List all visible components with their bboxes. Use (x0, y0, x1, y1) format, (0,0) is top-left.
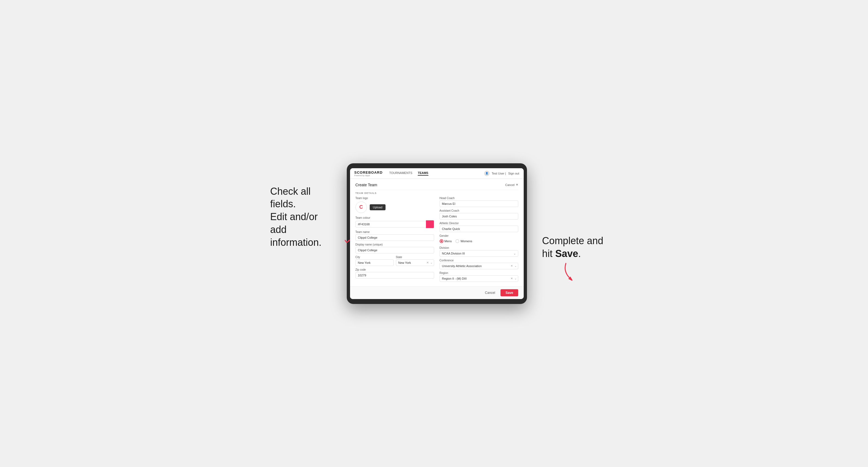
avatar-icon: 👤 (486, 172, 488, 175)
athletic-director-field: Athletic Director (440, 222, 518, 232)
head-coach-input[interactable] (440, 200, 518, 207)
region-clear-button[interactable]: ✕ (510, 277, 513, 280)
mens-label: Mens (444, 240, 452, 243)
conference-clear-button[interactable]: ✕ (510, 264, 513, 268)
tablet-screen: SCOREBOARD Powered by clippd TOURNAMENTS… (350, 168, 524, 299)
state-field: State ✕ ⌄ (396, 256, 434, 266)
save-button[interactable]: Save (500, 289, 518, 296)
mens-radio-dot (440, 239, 443, 243)
page-wrapper: Check all fields. Edit and/or add inform… (270, 163, 598, 304)
gender-field: Gender Mens Womens (440, 234, 518, 244)
conference-input[interactable] (440, 263, 518, 269)
brand-name: SCOREBOARD (354, 170, 383, 175)
brand-logo: SCOREBOARD Powered by clippd (354, 170, 383, 177)
division-input[interactable] (440, 250, 518, 257)
arrow-right-icon (560, 260, 584, 285)
logo-circle: C (355, 201, 367, 213)
team-colour-input[interactable] (355, 221, 426, 227)
womens-label: Womens (460, 240, 472, 243)
athletic-director-label: Athletic Director (440, 222, 518, 225)
colour-swatch[interactable] (426, 220, 434, 228)
user-label: Test User | (492, 172, 506, 175)
colour-input-wrapper (355, 220, 434, 228)
gender-mens-option[interactable]: Mens (440, 239, 452, 243)
division-field: Division (440, 246, 518, 257)
user-avatar: 👤 (484, 171, 490, 176)
nav-teams[interactable]: TEAMS (418, 171, 428, 176)
division-select-wrapper (440, 250, 518, 257)
city-label: City (355, 256, 394, 259)
zip-label: Zip code (355, 268, 434, 271)
team-colour-label: Team colour (355, 216, 434, 219)
state-clear-button[interactable]: ✕ (427, 261, 429, 264)
display-name-label: Display name (unique) (355, 243, 434, 246)
nav-links: TOURNAMENTS TEAMS (389, 171, 484, 176)
upload-button[interactable]: Upload (370, 204, 386, 210)
zip-field: Zip code (355, 268, 434, 279)
womens-radio-dot (456, 239, 459, 243)
annotation-left: Check all fields. Edit and/or add inform… (270, 185, 336, 249)
annotation-right: Complete and hit Save. (542, 235, 603, 260)
team-name-input[interactable] (355, 234, 434, 241)
region-label: Region (440, 272, 518, 275)
cancel-footer-button[interactable]: Cancel (482, 289, 498, 296)
close-icon: ✕ (516, 183, 518, 187)
nav-right: 👤 Test User | Sign out (484, 171, 519, 176)
sign-out-link[interactable]: Sign out (508, 172, 519, 175)
gender-label: Gender (440, 234, 518, 237)
state-label: State (396, 256, 434, 259)
form-header: Create Team Cancel ✕ (355, 183, 518, 187)
display-name-input[interactable] (355, 247, 434, 253)
cancel-header-button[interactable]: Cancel ✕ (505, 183, 518, 187)
region-input[interactable] (440, 275, 518, 282)
left-column: Team logo C Upload Team colour (355, 197, 434, 282)
athletic-director-input[interactable] (440, 225, 518, 232)
team-name-field: Team name (355, 230, 434, 241)
city-field: City (355, 256, 394, 266)
conference-field: Conference ✕ ⌄ (440, 259, 518, 269)
division-label: Division (440, 246, 518, 249)
city-state-row: City State ✕ ⌄ (355, 256, 434, 266)
gender-womens-option[interactable]: Womens (456, 239, 472, 243)
team-logo-label: Team logo (355, 197, 434, 199)
form-columns: Team logo C Upload Team colour (355, 197, 518, 282)
assistant-coach-label: Assistant Coach (440, 209, 518, 212)
team-name-label: Team name (355, 230, 434, 234)
conference-select-wrapper: ✕ ⌄ (440, 263, 518, 269)
head-coach-label: Head Coach (440, 197, 518, 199)
form-footer: Cancel Save (350, 286, 524, 299)
display-name-field: Display name (unique) (355, 243, 434, 253)
zip-input[interactable] (355, 272, 434, 279)
state-select-wrapper: ✕ ⌄ (396, 259, 434, 266)
region-select-wrapper: ✕ ⌄ (440, 275, 518, 282)
head-coach-field: Head Coach (440, 197, 518, 207)
tablet-device: SCOREBOARD Powered by clippd TOURNAMENTS… (347, 163, 527, 304)
assistant-coach-input[interactable] (440, 213, 518, 220)
right-column: Head Coach Assistant Coach Athletic Dire… (440, 197, 518, 282)
form-title: Create Team (355, 183, 377, 187)
conference-label: Conference (440, 259, 518, 262)
team-colour-field: Team colour (355, 216, 434, 228)
assistant-coach-field: Assistant Coach (440, 209, 518, 220)
section-label: TEAM DETAILS (355, 190, 518, 197)
team-logo-field: Team logo C Upload (355, 197, 434, 214)
navbar: SCOREBOARD Powered by clippd TOURNAMENTS… (350, 168, 524, 179)
region-field: Region ✕ ⌄ (440, 272, 518, 282)
form-container: Create Team Cancel ✕ TEAM DETAILS Team l… (350, 179, 524, 286)
cancel-header-label: Cancel (505, 183, 515, 187)
brand-sub: Powered by clippd (354, 175, 383, 177)
nav-tournaments[interactable]: TOURNAMENTS (389, 171, 412, 176)
gender-radio-group: Mens Womens (440, 238, 518, 244)
logo-letter: C (359, 204, 363, 210)
logo-area: C Upload (355, 201, 434, 213)
city-input[interactable] (355, 259, 394, 266)
